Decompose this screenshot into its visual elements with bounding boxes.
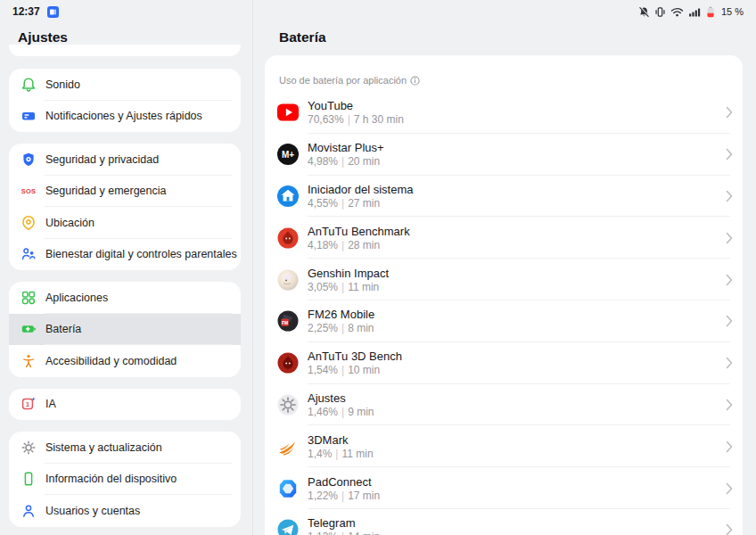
- app-name: 3DMark: [308, 433, 374, 447]
- sidebar-item-label: Usuarios y cuentas: [45, 505, 140, 517]
- sound-icon: [21, 77, 37, 93]
- battery-app-row-ajustes[interactable]: Ajustes1,46%|9 min: [265, 384, 743, 426]
- sidebar-item-sistema-y-actualizacion[interactable]: Sistema y actualización: [9, 432, 241, 464]
- stat-separator: |: [338, 406, 348, 418]
- settings-group: Seguridad y privacidadSOSSeguridad y eme…: [9, 144, 241, 270]
- battery-app-row-padconnect[interactable]: PadConnect1,22%|17 min: [265, 467, 743, 509]
- app-usage-stats: 4,98%|20 min: [308, 156, 384, 168]
- sidebar-item-label: Batería: [45, 323, 81, 335]
- app-text: FM26 Mobile2,25%|8 min: [308, 308, 374, 334]
- sidebar-item-bateria[interactable]: Batería: [9, 314, 241, 346]
- stat-separator: |: [332, 448, 341, 460]
- section-label: Uso de batería por aplicación: [279, 75, 743, 86]
- app-name: Telegram: [308, 516, 380, 530]
- padconnect-icon: [276, 477, 300, 500]
- app-usage-stats: 4,18%|28 min: [308, 240, 410, 251]
- app-usage-time: 8 min: [348, 322, 374, 334]
- app-text: AnTuTu Benchmark4,18%|28 min: [308, 225, 410, 251]
- telegram-icon: [276, 518, 300, 535]
- app-usage-stats: 1,13%|14 min: [308, 531, 380, 535]
- app-notification-icon: [47, 6, 59, 18]
- stat-separator: |: [338, 281, 348, 293]
- sidebar-item-seguridad-y-privacidad[interactable]: Seguridad y privacidad: [9, 144, 241, 176]
- sos-icon: SOS: [21, 183, 37, 199]
- stat-separator: |: [338, 322, 348, 334]
- location-pin-icon: [21, 215, 37, 231]
- chevron-right-icon: [726, 148, 733, 160]
- battery-app-list[interactable]: YouTube70,63%|7 h 30 minM+Movistar Plus+…: [265, 92, 743, 535]
- sidebar-item-label: IA: [45, 398, 56, 410]
- app-battery-percent: 1,13%: [308, 531, 338, 535]
- sidebar-item-informacion-del-dispositivo[interactable]: Información del dispositivo: [9, 464, 241, 496]
- app-name: AnTuTu Benchmark: [308, 225, 410, 238]
- battery-icon: [21, 321, 37, 337]
- app-usage-time: 11 min: [341, 448, 373, 460]
- settings-app-icon: [276, 393, 300, 416]
- battery-panel[interactable]: Uso de batería por aplicación YouTube70,…: [265, 55, 743, 535]
- vibrate-icon: [654, 6, 666, 18]
- stat-separator: |: [338, 197, 348, 210]
- battery-app-row-iniciador-del-sistema[interactable]: Iniciador del sistema4,55%|27 min: [265, 176, 743, 218]
- app-name: Ajustes: [308, 391, 374, 405]
- stat-separator: |: [338, 364, 348, 376]
- chevron-right-icon: [726, 190, 733, 202]
- chevron-right-icon: [726, 440, 733, 453]
- battery-app-row-3dmark[interactable]: 3DMark1,4%|11 min: [265, 425, 743, 467]
- sidebar-item-sonido[interactable]: Sonido: [9, 69, 241, 101]
- sidebar-item-label: Bienestar digital y controles parentales: [45, 248, 237, 260]
- app-usage-time: 11 min: [348, 281, 379, 293]
- scrolled-card-partial: [9, 45, 241, 56]
- antutu-3d-bench-icon: [276, 351, 300, 374]
- battery-app-row-youtube[interactable]: YouTube70,63%|7 h 30 min: [265, 92, 743, 134]
- settings-group: 1IA: [9, 389, 241, 421]
- chevron-right-icon: [726, 482, 733, 495]
- svg-text:FM: FM: [282, 320, 288, 325]
- app-name: YouTube: [308, 99, 404, 112]
- clock: 12:37: [12, 5, 40, 18]
- chevron-right-icon: [726, 399, 733, 411]
- digital-wellbeing-icon: [21, 246, 37, 262]
- app-battery-percent: 1,4%: [308, 448, 332, 460]
- sidebar-item-ia[interactable]: 1IA: [9, 389, 241, 421]
- app-usage-time: 17 min: [348, 490, 380, 502]
- sidebar-item-label: Aplicaciones: [45, 292, 108, 304]
- sidebar-item-accesibilidad-y-comodidad[interactable]: Accesibilidad y comodidad: [9, 345, 241, 377]
- wifi-icon: [670, 7, 684, 17]
- app-name: AnTuTu 3D Bench: [308, 350, 402, 363]
- threedmark-icon: [276, 435, 300, 458]
- settings-group: AplicacionesBateríaAccesibilidad y comod…: [9, 282, 241, 377]
- app-usage-time: 7 h 30 min: [354, 113, 404, 126]
- sidebar-item-bienestar-digital-y-controles-parentales[interactable]: Bienestar digital y controles parentales: [9, 239, 241, 271]
- info-icon[interactable]: [410, 76, 420, 86]
- system-update-gear-icon: [21, 440, 37, 456]
- system-launcher-icon: [276, 185, 300, 208]
- sidebar-item-aplicaciones[interactable]: Aplicaciones: [9, 282, 241, 314]
- app-battery-percent: 4,18%: [308, 239, 338, 251]
- battery-app-row-movistar-plus[interactable]: M+Movistar Plus+4,98%|20 min: [265, 134, 743, 176]
- app-battery-percent: 4,55%: [308, 197, 338, 210]
- battery-app-row-antutu-benchmark[interactable]: AnTuTu Benchmark4,18%|28 min: [265, 217, 743, 259]
- app-usage-time: 20 min: [348, 155, 380, 168]
- battery-app-row-telegram[interactable]: Telegram1,13%|14 min: [265, 509, 743, 535]
- sidebar-item-ubicacion[interactable]: Ubicación: [9, 207, 241, 239]
- sidebar-item-label: Sonido: [45, 78, 80, 91]
- page-title-battery: Batería: [279, 29, 326, 45]
- battery-app-row-antutu-3d-bench[interactable]: AnTuTu 3D Bench1,54%|10 min: [265, 342, 743, 384]
- settings-sidebar[interactable]: SonidoNotificaciones y Ajustes rápidosSe…: [9, 45, 241, 535]
- sidebar-item-notificaciones-y-ajustes-rapidos[interactable]: Notificaciones y Ajustes rápidos: [9, 101, 241, 133]
- app-usage-stats: 1,46%|9 min: [308, 407, 374, 418]
- app-battery-percent: 3,05%: [308, 281, 338, 293]
- app-usage-time: 28 min: [348, 239, 380, 251]
- chevron-right-icon: [726, 315, 733, 327]
- app-text: Genshin Impact3,05%|11 min: [308, 267, 389, 293]
- battery-app-row-fm26-mobile[interactable]: FMFM26 Mobile2,25%|8 min: [265, 300, 743, 342]
- device-info-icon: [21, 471, 37, 487]
- battery-app-row-genshin-impact[interactable]: Genshin Impact3,05%|11 min: [265, 259, 743, 300]
- sidebar-item-label: Sistema y actualización: [45, 441, 162, 454]
- antutu-benchmark-icon: [276, 226, 300, 250]
- app-battery-percent: 4,98%: [308, 155, 338, 168]
- app-usage-stats: 1,54%|10 min: [308, 365, 402, 376]
- signal-icon: [688, 7, 702, 17]
- sidebar-item-usuarios-y-cuentas[interactable]: Usuarios y cuentas: [9, 495, 241, 527]
- sidebar-item-seguridad-y-emergencia[interactable]: SOSSeguridad y emergencia: [9, 176, 241, 208]
